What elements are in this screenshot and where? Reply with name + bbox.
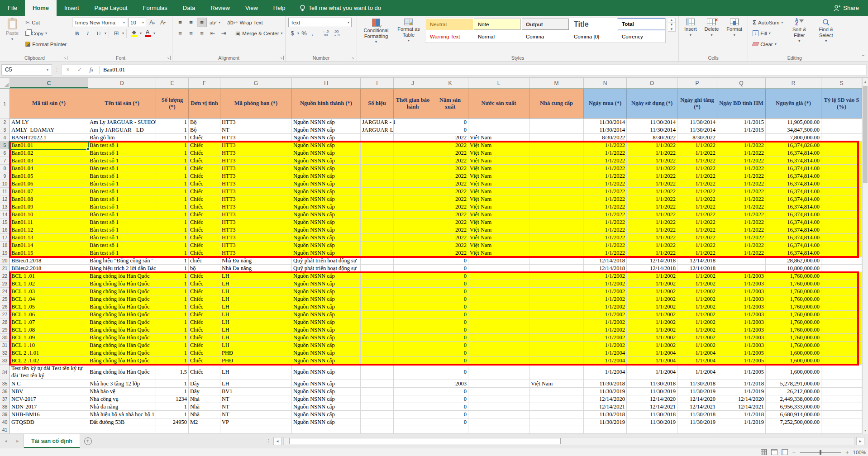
cell-J4[interactable] [394,134,432,142]
cell-K37[interactable]: 0 [432,395,468,403]
cell-J18[interactable] [394,242,432,249]
cell-D11[interactable]: Bàn test số 1 [88,188,156,195]
cell-O18[interactable]: 1/1/2022 [627,242,677,249]
cell-E9[interactable]: 1 [156,172,189,180]
cell-G26[interactable]: LH [220,303,292,311]
cell-G13[interactable]: HTT3 [220,203,292,211]
cell-H25[interactable]: Nguồn NSNN cấp [292,295,361,303]
cell-K28[interactable]: 0 [432,318,468,326]
cell-G29[interactable]: LH [220,326,292,334]
cell-K26[interactable]: 0 [432,303,468,311]
cell-I28[interactable] [361,318,394,326]
cell-H21[interactable]: Quỹ phát triển hoạt động sự [292,265,361,272]
cell-N3[interactable]: 11/30/2014 [584,126,627,134]
cell-G7[interactable]: HTT3 [220,157,292,165]
header-cell-S1[interactable]: Tỷ lệ SD vào S (%) [821,89,862,119]
cell-J25[interactable] [394,295,432,303]
cell-Q17[interactable]: 1/1/2022 [717,234,766,242]
cell-K33[interactable]: 0 [432,357,468,365]
cell-R28[interactable]: 1,760,000.00 [766,318,821,326]
cell-S29[interactable] [821,326,862,334]
column-header-K[interactable]: K [432,78,468,88]
cell-H33[interactable]: Nguồn NSNN cấp [292,357,361,365]
row-header-39[interactable]: 39 [0,411,10,418]
cell-C14[interactable]: Ban01.10 [10,211,88,218]
cell-J2[interactable] [394,119,432,126]
align-left-button[interactable]: ≡ [175,28,185,38]
cell-M21[interactable] [529,265,584,272]
cell-J29[interactable] [394,326,432,334]
cell-H37[interactable]: Nguồn NSNN cấp [292,395,361,403]
cell-I37[interactable] [361,395,394,403]
cell-J12[interactable] [394,195,432,203]
cell-C18[interactable]: Ban01.14 [10,242,88,249]
fill-color-button[interactable]: ◆ [129,28,139,38]
cell-H8[interactable]: Nguồn NSNN cấp [292,165,361,172]
sort-filter-button[interactable]: AZ Sort & Filter▾ [787,18,811,44]
column-header-I[interactable]: I [361,78,394,88]
cell-N22[interactable]: 1/1/2002 [584,272,627,280]
cell-C13[interactable]: Ban01.09 [10,203,88,211]
cell-E31[interactable]: 1 [156,342,189,349]
cell-E18[interactable]: 1 [156,242,189,249]
cell-L3[interactable] [468,126,529,134]
cell-S20[interactable] [821,257,862,265]
previous-sheet-button[interactable]: ◄ [0,434,12,448]
cell-E7[interactable]: 1 [156,157,189,165]
cell-F5[interactable]: Chiếc [189,142,220,149]
align-middle-button[interactable]: ≡ [186,18,196,27]
header-cell-I1[interactable]: Số hiệu [361,89,394,119]
cell-C7[interactable]: Ban01.03 [10,157,88,165]
cell-G31[interactable]: LH [220,342,292,349]
cell-N26[interactable]: 1/1/2002 [584,303,627,311]
cell-H41[interactable] [292,426,361,434]
cell-K15[interactable]: 2022 [432,218,468,226]
cell-G24[interactable]: LH [220,288,292,295]
cell-K2[interactable]: 0 [432,119,468,126]
row-header-20[interactable]: 20 [0,257,10,265]
cell-M34[interactable] [529,365,584,380]
cell-L6[interactable]: Việt Nam [468,149,529,157]
row-header-30[interactable]: 30 [0,334,10,342]
name-box[interactable]: C5▾ [1,64,52,76]
cell-M22[interactable] [529,272,584,280]
cell-D23[interactable]: Bảng chống lóa Hàn Quốc [88,280,156,288]
cell-C41[interactable] [10,426,88,434]
cell-I27[interactable] [361,311,394,318]
cell-R19[interactable]: 16,374,814.00 [766,249,821,257]
cell-S26[interactable] [821,303,862,311]
cell-R9[interactable]: 16,374,814.00 [766,172,821,180]
cell-Q18[interactable]: 1/1/2022 [717,242,766,249]
cell-P7[interactable]: 1/1/2022 [677,157,717,165]
cell-O12[interactable]: 1/1/2022 [627,195,677,203]
cell-F37[interactable]: Nhà [189,395,220,403]
cell-C22[interactable]: BCL 1 .01 [10,272,88,280]
cell-J14[interactable] [394,211,432,218]
underline-button[interactable]: U [94,28,104,38]
new-sheet-button[interactable]: + [80,434,95,448]
cell-O30[interactable]: 1/1/2002 [627,334,677,342]
cell-G21[interactable]: Nhà Đa năng [220,265,292,272]
number-format-select[interactable]: Text▾ [288,18,352,27]
cell-C33[interactable]: BCL 2 .1.02 [10,357,88,365]
cell-I12[interactable] [361,195,394,203]
cell-I19[interactable] [361,249,394,257]
cell-S28[interactable] [821,318,862,326]
cell-D32[interactable]: Bảng chống lóa Hàn Quốc [88,349,156,357]
column-header-L[interactable]: L [468,78,529,88]
cell-S33[interactable] [821,357,862,365]
cell-I3[interactable]: JARGUAR-L [361,126,394,134]
sheet-tab-tai-san-co-dinh[interactable]: Tài sản cố định [24,434,80,448]
cell-D34[interactable]: Bảng chống lóa Hàn Quốc [88,365,156,380]
cell-I38[interactable] [361,403,394,411]
cell-Q22[interactable]: 1/1/2003 [717,272,766,280]
cell-G32[interactable]: PHĐ [220,349,292,357]
cell-Q33[interactable]: 1/1/2005 [717,357,766,365]
cell-L16[interactable]: Việt Nam [468,226,529,234]
cell-G9[interactable]: HTT3 [220,172,292,180]
cell-I14[interactable] [361,211,394,218]
cell-E25[interactable]: 1 [156,295,189,303]
cell-G28[interactable]: LH [220,318,292,326]
cell-Q4[interactable] [717,134,766,142]
header-cell-K1[interactable]: Năm sản xuất [432,89,468,119]
